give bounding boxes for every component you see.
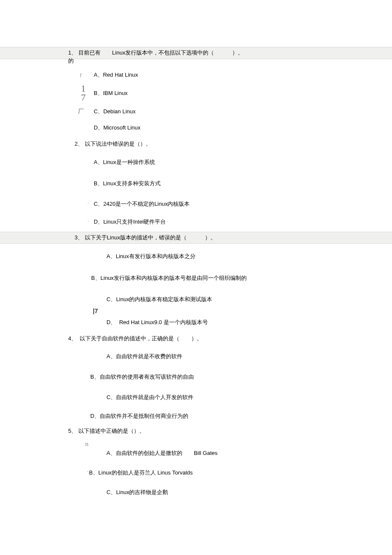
question-1-header: 1、 目前已有 Linux发行版本中，不包括以下选项中的（ ）。 的 — [0, 47, 392, 59]
option-text: 'B、Linux发行版本和内核版本的版本号都是由同一个组织编制的 — [68, 270, 392, 286]
option-text: A、Linux是一种操作系统 — [94, 154, 392, 170]
marker-n-icon: n — [85, 440, 89, 448]
option-text: C、Linux的内核版本有稳定版本和测试版本 — [68, 291, 392, 308]
tick-icon: ' — [89, 276, 90, 281]
option-pre: D、 — [107, 319, 116, 325]
question-2-header: 2、 以下说法中错误的是（）。 — [0, 138, 392, 150]
q5-option-b: 'B、Linux的创始人是芬兰人 Linus Torvalds — [68, 463, 392, 483]
option-text: B、IBM Linux — [94, 85, 392, 101]
q3-option-a: A、Linux有发行版本和内核版本之分 — [68, 245, 392, 267]
marker-17-icon: 1 7 — [81, 84, 86, 102]
q3-option-b: 'B、Linux发行版本和内核版本的版本号都是由同一个组织编制的 — [68, 267, 392, 289]
question-4-header: 4、 以下关于自由软件的描述中，正确的是（ ）。 — [0, 333, 392, 345]
option-pre: B、Linux的创始人是芬兰人 — [89, 469, 157, 476]
option-text: 'B、Linux的创始人是芬兰人 Linus Torvalds — [68, 465, 392, 481]
stack-7: 7 — [81, 93, 86, 102]
option-text: 'B、自由软件的使用者有改写该软件的自由 — [68, 369, 392, 385]
q1-option-b: 1 7 B、IBM Linux — [68, 83, 392, 104]
tick-icon: ' — [88, 201, 89, 207]
q2-number: 2、 — [75, 141, 83, 147]
option-text-inner: D、自由软件并不是抵制任何商业行为的 — [90, 413, 188, 419]
option-text: A、Linux有发行版本和内核版本之分 — [68, 248, 392, 265]
question-5-header: 5、 以下描述中正确的是（）。 — [0, 426, 392, 437]
q3-option-c: C、Linux的内核版本有稳定版本和测试版本 — [68, 289, 392, 310]
option-text: C、Debian Linux — [94, 104, 392, 120]
q1-option-a: r A、Red Hat Linux — [68, 67, 392, 83]
q4-suffix: ）。 — [191, 335, 202, 342]
q1-prefix: 目前已有 — [78, 49, 101, 56]
q4-option-d: 'D、自由软件并不是抵制任何商业行为的 — [68, 408, 392, 425]
q5-number: 5、 — [68, 428, 77, 434]
marker-i7-icon: |7 — [93, 308, 98, 314]
q2-options: A、Linux是一种操作系统 B、Linux支持多种安装方式 ' C、2420是… — [0, 152, 392, 230]
option-text: A、Red Hat Linux — [94, 67, 392, 83]
q1-options: r A、Red Hat Linux 1 7 B、IBM Linux 厂 C、De… — [0, 67, 392, 136]
option-text: D、Linux只支持Intel硬件平台 — [94, 214, 392, 230]
option-text: A、自由软件就是不收费的软件 — [68, 348, 392, 365]
q2-option-b: B、Linux支持多种安装方式 — [68, 173, 392, 194]
q2-option-c: ' C、2420是一个不稳定的Linux内核版本 — [68, 194, 392, 214]
option-text: B、Linux支持多种安装方式 — [94, 175, 392, 192]
marker-icon: 厂 — [68, 108, 94, 115]
option-text: D、 Red Hat Linux9.0 是一个内核版本号 — [68, 311, 392, 331]
option-text: C、Linux的吉祥物是企鹅 — [68, 484, 392, 500]
option-text-inner: Bill Gates — [194, 450, 218, 456]
q1-option-c: 厂 C、Debian Linux — [68, 104, 392, 120]
q1-number: 1、 — [68, 49, 77, 56]
q1-suffix: ）。 — [232, 49, 243, 56]
option-text: D、Microsoft Linux — [94, 120, 392, 136]
q4-option-c: C、自由软件就是由个人开发的软件 — [68, 387, 392, 408]
option-text: C、自由软件就是由个人开发的软件 — [68, 389, 392, 405]
question-3-header: 3、 以下关于Linux版本的描述中，错误的是（ ）。 — [0, 232, 392, 244]
q4-option-b: 'B、自由软件的使用者有改写该软件的自由 — [68, 367, 392, 387]
option-text: 'D、自由软件并不是抵制任何商业行为的 — [68, 408, 392, 424]
option-text: C、2420是一个不稳定的Linux内核版本 — [94, 196, 392, 212]
q5-option-a: n A、自由软件的创始人是微软的 Bill Gates — [68, 439, 392, 463]
q3-option-d: |7 D、 Red Hat Linux9.0 是一个内核版本号 — [68, 310, 392, 331]
q3-prefix: 以下关于Linux版本的描述中，错误的是（ — [85, 234, 187, 241]
option-text-inner: B、自由软件的使用者有改写该软件的自由 — [90, 374, 194, 380]
option-text: A、自由软件的创始人是微软的 Bill Gates — [68, 440, 392, 461]
q4-number: 4、 — [68, 335, 77, 342]
q2-option-a: A、Linux是一种操作系统 — [68, 152, 392, 173]
q1-option-d: D、Microsoft Linux — [68, 120, 392, 136]
q2-option-d: ' D、Linux只支持Intel硬件平台 — [68, 214, 392, 230]
marker-icon: r — [68, 71, 94, 79]
q1-mid: Linux发行版本中，不包括以下选项中的（ — [112, 49, 214, 56]
q3-suffix: ）。 — [205, 234, 216, 241]
option-text-inner: Linus Torvalds — [157, 469, 193, 476]
q5-text: 以下描述中正确的是（）。 — [78, 428, 145, 434]
option-text-inner: B、Linux发行版本和内核版本的版本号都是由同一个组织编制的 — [91, 275, 247, 281]
q4-option-a: A、自由软件就是不收费的软件 — [68, 346, 392, 367]
q3-options: A、Linux有发行版本和内核版本之分 'B、Linux发行版本和内核版本的版本… — [0, 245, 392, 331]
q5-options: n A、自由软件的创始人是微软的 Bill Gates 'B、Linux的创始人… — [0, 439, 392, 502]
option-text-inner: Red Hat Linux9.0 是一个内核版本号 — [119, 319, 208, 325]
q3-number: 3、 — [75, 234, 83, 241]
q2-text: 以下说法中错误的是（）。 — [85, 141, 151, 147]
q4-options: A、自由软件就是不收费的软件 'B、自由软件的使用者有改写该软件的自由 C、自由… — [0, 346, 392, 425]
tick-icon: ' — [88, 219, 89, 224]
q1-sub: 的 — [68, 57, 74, 66]
option-pre: A、自由软件的创始人是微软的 — [107, 450, 182, 456]
tick-icon: ' — [87, 470, 88, 475]
q4-prefix: 以下关于自由软件的描述中，正确的是（ — [80, 335, 179, 342]
q5-option-c: C、Linux的吉祥物是企鹅 — [68, 483, 392, 502]
